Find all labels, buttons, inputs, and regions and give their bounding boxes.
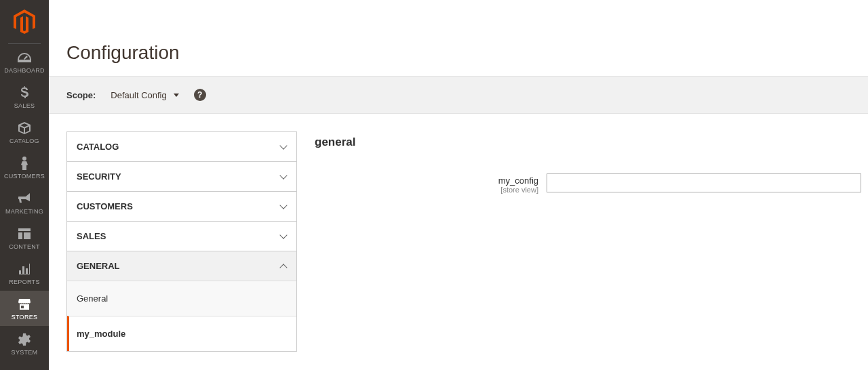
sidebar-item-label: STORES — [12, 314, 38, 321]
help-icon[interactable]: ? — [194, 89, 206, 101]
sidebar-item-content[interactable]: CONTENT — [0, 220, 49, 255]
config-section-general: GENERAL General my_module — [66, 251, 297, 352]
config-section-label: SECURITY — [77, 171, 121, 182]
config-nav: CATALOG SECURITY CUSTOMERS — [66, 131, 297, 352]
sidebar-item-label: DASHBOARD — [4, 67, 45, 74]
config-section-label: GENERAL — [77, 261, 120, 271]
sidebar-item-reports[interactable]: REPORTS — [0, 255, 49, 291]
megaphone-icon — [18, 192, 31, 205]
box-icon — [18, 121, 31, 135]
config-section-header[interactable]: SECURITY — [67, 162, 296, 191]
sidebar-item-sales[interactable]: SALES — [0, 79, 49, 115]
sidebar-item-customers[interactable]: CUSTOMERS — [0, 150, 49, 185]
config-form: general my_config [store view] — [315, 131, 861, 352]
page-title: Configuration — [49, 0, 868, 76]
chevron-down-icon — [280, 203, 287, 210]
config-section-label: SALES — [77, 231, 106, 241]
magento-logo-icon — [14, 9, 35, 34]
scope-label: Scope: — [66, 90, 96, 100]
config-section-sales: SALES — [66, 221, 297, 251]
field-label: my_config — [498, 176, 538, 186]
sidebar-item-system[interactable]: SYSTEM — [0, 326, 49, 361]
field-scope: [store view] — [315, 186, 538, 194]
chevron-down-icon — [280, 144, 287, 150]
caret-down-icon — [174, 94, 179, 97]
config-section-header[interactable]: GENERAL — [67, 251, 296, 281]
sidebar-item-label: REPORTS — [9, 279, 39, 285]
gear-icon — [18, 333, 31, 346]
chevron-up-icon — [280, 263, 287, 270]
chevron-down-icon — [280, 173, 287, 180]
config-sub-item-general[interactable]: General — [67, 281, 296, 316]
config-section-catalog: CATALOG — [66, 131, 297, 161]
config-section-header[interactable]: CATALOG — [67, 132, 296, 161]
sidebar-item-stores[interactable]: STORES — [0, 291, 49, 326]
admin-sidebar: DASHBOARD SALES CATALOG CUSTOMERS MARKET — [0, 0, 49, 370]
config-section-label: CUSTOMERS — [77, 201, 133, 211]
sidebar-item-label: SALES — [14, 102, 35, 109]
config-section-label: CATALOG — [77, 142, 119, 152]
field-input-wrap — [547, 173, 861, 192]
storefront-icon — [18, 297, 31, 311]
config-section-header[interactable]: SALES — [67, 222, 296, 251]
person-icon — [20, 157, 28, 170]
sidebar-item-label: MARKETING — [5, 208, 43, 215]
dashboard-icon — [18, 51, 31, 64]
config-section-customers: CUSTOMERS — [66, 191, 297, 221]
sidebar-item-catalog[interactable]: CATALOG — [0, 115, 49, 150]
scope-value: Default Config — [111, 90, 166, 100]
scope-selector[interactable]: Default Config — [111, 90, 178, 100]
config-section-header[interactable]: CUSTOMERS — [67, 192, 296, 221]
layout-icon — [18, 227, 31, 241]
sidebar-item-marketing[interactable]: MARKETING — [0, 185, 49, 220]
sidebar-item-label: CUSTOMERS — [4, 173, 45, 180]
config-section-security: SECURITY — [66, 161, 297, 191]
magento-logo[interactable] — [0, 0, 49, 43]
sidebar-item-dashboard[interactable]: DASHBOARD — [0, 44, 49, 79]
sidebar-item-label: SYSTEM — [12, 349, 38, 356]
sidebar-item-label: CONTENT — [9, 243, 40, 250]
scope-bar: Scope: Default Config ? — [49, 76, 868, 114]
main-content: Configuration Scope: Default Config ? CA… — [49, 0, 868, 370]
chevron-down-icon — [280, 233, 287, 240]
bars-icon — [19, 262, 30, 276]
field-row: my_config [store view] — [315, 173, 861, 194]
my-config-input[interactable] — [547, 173, 861, 192]
dollar-icon — [20, 86, 28, 100]
field-label-wrap: my_config [store view] — [315, 173, 538, 194]
sidebar-item-label: CATALOG — [9, 138, 39, 144]
form-section-title: general — [315, 131, 861, 173]
config-sub-item-mymodule[interactable]: my_module — [67, 316, 296, 351]
